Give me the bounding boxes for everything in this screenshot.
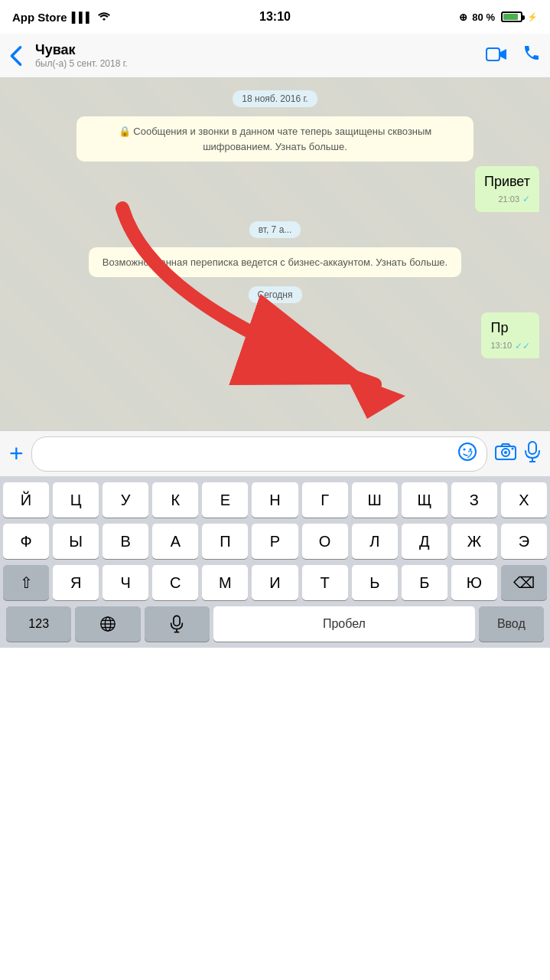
key-З[interactable]: З [451, 482, 497, 518]
carrier-label: App Store [12, 11, 67, 24]
status-bar: App Store ▌▌▌ 13:10 ⊕ 80 % ⚡ [0, 0, 550, 34]
system-message-2: Возможно, данная переписка ведется с биз… [89, 247, 461, 278]
keyboard-row-2: ФЫВАПРОЛДЖЭ [3, 524, 547, 559]
key-Х[interactable]: Х [501, 482, 547, 518]
bubble-content-2: Пр 13:10 ✓✓ [481, 312, 539, 358]
backspace-key[interactable]: ⌫ [501, 565, 547, 600]
space-key[interactable]: Пробел [213, 606, 475, 642]
svg-point-10 [512, 447, 514, 449]
wifi-icon [97, 10, 111, 24]
sent-bubble-1: Привет 21:03 ✓ [11, 166, 539, 212]
system-message-1: 🔒 Сообщения и звонки в данном чате тепер… [76, 116, 473, 162]
contact-info[interactable]: Чувак был(-а) 5 сент. 2018 г. [35, 42, 480, 69]
charging-icon: ⚡ [527, 12, 538, 22]
key-Ш[interactable]: Ш [352, 482, 398, 518]
key-Т[interactable]: Т [302, 565, 348, 600]
check-mark-2: ✓✓ [515, 340, 530, 353]
battery-icon [501, 11, 522, 22]
sticker-button[interactable] [457, 442, 477, 466]
bubble-time-1: 21:03 [498, 194, 519, 205]
phone-call-button[interactable] [522, 44, 541, 67]
signal-bars: ▌▌▌ [72, 11, 93, 23]
keyboard-bottom-row: 123ПробелВвод [3, 606, 547, 645]
key-П[interactable]: П [202, 524, 248, 559]
key-Ц[interactable]: Ц [53, 482, 99, 518]
svg-point-5 [464, 448, 466, 450]
contact-name: Чувак [35, 42, 480, 58]
key-Ж[interactable]: Ж [451, 524, 497, 559]
message-input-wrap [31, 436, 487, 472]
key-Л[interactable]: Л [352, 524, 398, 559]
key-sym[interactable]: ⇧ [3, 565, 49, 600]
svg-rect-0 [487, 48, 500, 60]
date-badge-1: 18 нояб. 2016 г. [233, 90, 317, 107]
attachment-button[interactable]: + [9, 439, 24, 468]
sent-bubble-2: Пр 13:10 ✓✓ [11, 312, 539, 358]
key-Я[interactable]: Я [53, 565, 99, 600]
key-К[interactable]: К [152, 482, 198, 518]
key-Ю[interactable]: Ю [451, 565, 497, 600]
key-Ч[interactable]: Ч [103, 565, 148, 600]
key-Ь[interactable]: Ь [352, 565, 398, 600]
nav-bar: Чувак был(-а) 5 сент. 2018 г. [0, 34, 550, 78]
key-Щ[interactable]: Щ [402, 482, 447, 518]
bubble-meta-2: 13:10 ✓✓ [490, 340, 530, 353]
key-Г[interactable]: Г [302, 482, 348, 518]
chat-area: 18 нояб. 2016 г. 🔒 Сообщения и звонки в … [0, 78, 550, 430]
keyboard-row-1: ЙЦУКЕНГШЩЗХ [3, 482, 547, 518]
date-badge-3: Сегодня [249, 286, 302, 303]
key-Й[interactable]: Й [3, 482, 49, 518]
key-И[interactable]: И [252, 565, 298, 600]
battery-label: 80 % [472, 11, 495, 23]
svg-point-6 [470, 448, 472, 450]
status-left: App Store ▌▌▌ [12, 10, 111, 24]
nav-icons [486, 44, 541, 67]
location-icon: ⊕ [459, 11, 467, 23]
check-mark-1: ✓ [522, 193, 530, 206]
key-Д[interactable]: Д [402, 524, 447, 559]
key-В[interactable]: В [103, 524, 148, 559]
back-button[interactable] [9, 42, 29, 70]
svg-rect-11 [529, 442, 536, 454]
contact-status: был(-а) 5 сент. 2018 г. [35, 58, 480, 69]
svg-marker-1 [500, 49, 506, 60]
globe-key[interactable] [75, 606, 140, 642]
mic-button[interactable] [524, 441, 541, 467]
keyboard-row-3: ⇧ЯЧСМИТЬБЮ⌫ [3, 565, 547, 600]
enter-key[interactable]: Ввод [479, 606, 544, 642]
key-123[interactable]: 123 [6, 606, 71, 642]
svg-point-9 [504, 451, 507, 454]
key-Ы[interactable]: Ы [53, 524, 99, 559]
bubble-text-1: Привет [484, 174, 530, 189]
key-Н[interactable]: Н [252, 482, 298, 518]
key-А[interactable]: А [152, 524, 198, 559]
key-Э[interactable]: Э [501, 524, 547, 559]
key-М[interactable]: М [202, 565, 248, 600]
keyboard-mic-key[interactable] [145, 606, 210, 642]
key-Е[interactable]: Е [202, 482, 248, 518]
keyboard: ЙЦУКЕНГШЩЗХ ФЫВАПРОЛДЖЭ ⇧ЯЧСМИТЬБЮ⌫ 123П… [0, 476, 550, 648]
date-badge-2: вт, 7 а... [249, 221, 301, 238]
bubble-meta-1: 21:03 ✓ [484, 193, 530, 206]
bubble-content-1: Привет 21:03 ✓ [475, 166, 539, 212]
status-right: ⊕ 80 % ⚡ [459, 11, 538, 23]
bubble-time-2: 13:10 [490, 340, 512, 351]
svg-rect-19 [174, 616, 180, 626]
key-Ф[interactable]: Ф [3, 524, 49, 559]
message-input[interactable] [41, 447, 451, 461]
key-Б[interactable]: Б [402, 565, 447, 600]
video-call-button[interactable] [486, 44, 507, 67]
key-Р[interactable]: Р [252, 524, 298, 559]
key-У[interactable]: У [103, 482, 148, 518]
key-С[interactable]: С [152, 565, 198, 600]
key-О[interactable]: О [302, 524, 348, 559]
input-bar: + [0, 430, 550, 476]
status-time: 13:10 [259, 10, 291, 24]
camera-button[interactable] [495, 443, 516, 466]
bubble-text-2: Пр [490, 320, 508, 335]
